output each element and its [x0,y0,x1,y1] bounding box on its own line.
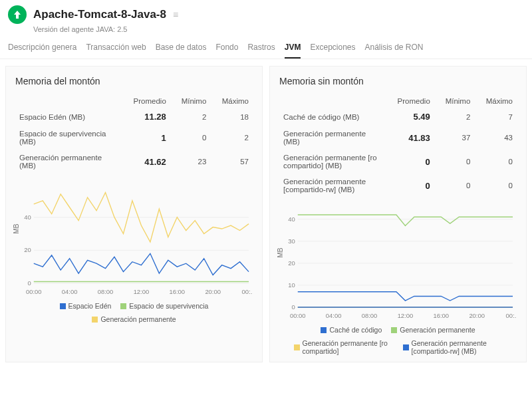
legend-item: Generación permanente [ro compartido] [294,339,394,355]
svg-text:0: 0 [292,303,295,311]
svg-text:00:...: 00:... [242,288,253,295]
svg-text:00:...: 00:... [506,312,517,319]
header: Apache-Tomcat-8-Java-8 ≡ Versión del age… [0,0,532,36]
legend-item: Generación permanente [391,326,475,334]
nonheap-panel: Memoria sin montón Promedio Mínimo Máxim… [269,66,527,362]
svg-text:12:00: 12:00 [134,288,150,295]
tab-excepciones[interactable]: Excepciones [310,43,355,59]
tab-descripción-genera[interactable]: Descripción genera [8,43,76,59]
col-max: Máximo [210,94,253,108]
svg-text:08:00: 08:00 [362,312,378,319]
table-row: Generación permanente [compartido-rw] (M… [279,174,517,198]
page-title: Apache-Tomcat-8-Java-8 [33,8,166,21]
svg-text:00:00: 00:00 [26,288,42,295]
tab-fondo[interactable]: Fondo [215,43,238,59]
svg-text:16:00: 16:00 [170,288,186,295]
col-max: Máximo [474,94,517,108]
svg-text:00:00: 00:00 [290,312,306,319]
svg-text:0: 0 [28,279,31,287]
svg-text:20: 20 [288,259,295,267]
table-row: Generación permanente [ro compartido] (M… [279,150,517,174]
tab-rastros[interactable]: Rastros [247,43,275,59]
heap-title: Memoria del montón [15,76,253,86]
nonheap-chart: MB 01020304000:0004:0008:0012:0016:0020:… [279,204,517,321]
agent-version: Versión del agente JAVA: 2.5 [33,25,524,33]
heap-legend: Espacio EdénEspacio de supervivenciaGene… [15,302,253,323]
legend-item: Generación permanente [92,315,176,323]
tabs: Descripción generaTransacción webBase de… [0,36,532,59]
table-row: Espacio de supervivencia (MB)102 [15,126,253,150]
col-avg: Promedio [120,94,170,108]
tab-análisis-de-ron[interactable]: Análisis de RON [365,43,424,59]
svg-text:16:00: 16:00 [434,312,450,319]
legend-item: Espacio de supervivencia [120,302,208,310]
legend-item: Generación permanente [compartido-rw] (M… [403,339,503,355]
svg-text:20:00: 20:00 [469,312,485,319]
table-row: Espacio Edén (MB)11.28218 [15,108,253,126]
svg-text:40: 40 [288,215,295,223]
svg-text:12:00: 12:00 [398,312,414,319]
nonheap-table: Promedio Mínimo Máximo Caché de código (… [279,94,517,198]
svg-text:20:00: 20:00 [205,288,221,295]
table-row: Generación permanente (MB)41.622357 [15,150,253,174]
table-row: Caché de código (MB)5.4927 [279,108,517,126]
svg-text:40: 40 [24,213,31,221]
tab-jvm[interactable]: JVM [285,43,301,59]
nonheap-title: Memoria sin montón [279,76,517,86]
menu-icon[interactable]: ≡ [173,9,178,20]
tab-base-de-datos[interactable]: Base de datos [156,43,207,59]
heap-table: Promedio Mínimo Máximo Espacio Edén (MB)… [15,94,253,174]
svg-text:04:00: 04:00 [62,288,78,295]
legend-item: Espacio Edén [60,302,112,310]
svg-text:04:00: 04:00 [326,312,342,319]
svg-text:08:00: 08:00 [98,288,114,295]
svg-text:30: 30 [288,237,295,245]
svg-text:10: 10 [288,281,295,289]
nonheap-legend: Caché de códigoGeneración permanenteGene… [279,326,517,355]
table-row: Generación permanente (MB)41.833743 [279,126,517,150]
heap-panel: Memoria del montón Promedio Mínimo Máxim… [5,66,263,362]
heap-chart: MB 0204000:0004:0008:0012:0016:0020:0000… [15,180,253,297]
col-min: Mínimo [434,94,475,108]
legend-item: Caché de código [321,326,382,334]
col-avg: Promedio [384,94,434,108]
svg-text:20: 20 [24,246,31,253]
app-icon [8,5,27,24]
col-min: Mínimo [170,94,211,108]
tab-transacción-web[interactable]: Transacción web [86,43,146,59]
panels: Memoria del montón Promedio Mínimo Máxim… [0,59,532,369]
